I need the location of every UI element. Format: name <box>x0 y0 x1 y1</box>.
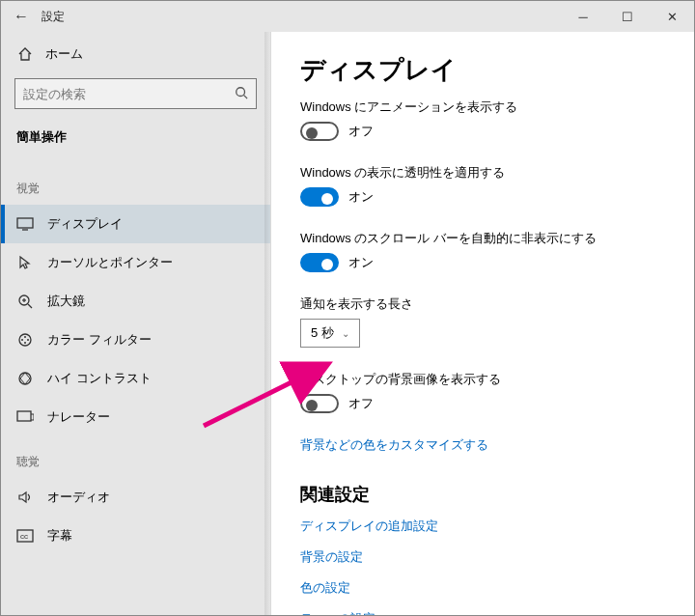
toggle-state: オフ <box>348 395 374 412</box>
setting-label: 通知を表示する長さ <box>300 295 665 313</box>
sidebar-item-label: ディスプレイ <box>47 215 123 233</box>
sidebar-item-audio[interactable]: オーディオ <box>1 478 270 517</box>
sidebar-item-cursor[interactable]: カーソルとポインター <box>1 243 270 282</box>
home-link[interactable]: ホーム <box>1 36 270 72</box>
chevron-down-icon: ⌄ <box>342 328 349 339</box>
display-icon <box>16 215 34 233</box>
related-heading: 関連設定 <box>300 483 665 506</box>
desktop-bg-toggle[interactable]: オフ <box>300 394 665 413</box>
customize-link[interactable]: 背景などの色をカスタマイズする <box>300 436 665 454</box>
titlebar: ← 設定 ─ ☐ ✕ <box>1 1 694 32</box>
select-value: 5 秒 <box>311 324 334 342</box>
section-label-hearing: 聴覚 <box>1 446 270 478</box>
svg-point-11 <box>21 339 23 341</box>
home-icon <box>16 46 34 62</box>
magnifier-icon <box>16 293 34 310</box>
sidebar-item-label: カーソルとポインター <box>47 254 173 271</box>
sidebar-item-narrator[interactable]: ナレーター <box>1 398 270 436</box>
cursor-icon <box>16 254 34 271</box>
svg-point-12 <box>24 342 26 344</box>
category-heading: 簡単操作 <box>1 119 270 173</box>
sidebar-item-caption[interactable]: cc 字幕 <box>1 517 270 555</box>
close-button[interactable]: ✕ <box>650 1 694 32</box>
svg-rect-2 <box>17 218 33 228</box>
svg-rect-14 <box>17 411 31 421</box>
setting-label: デスクトップの背景画像を表示する <box>300 371 665 388</box>
sidebar-item-label: ハイ コントラスト <box>47 370 152 387</box>
sidebar-item-label: ナレーター <box>47 408 110 426</box>
main-content: ディスプレイ Windows にアニメーションを表示する オフ Windows … <box>271 32 694 615</box>
audio-icon <box>16 489 34 506</box>
toggle-state: オフ <box>348 123 374 140</box>
sidebar-item-label: 拡大鏡 <box>47 293 85 310</box>
page-title: ディスプレイ <box>300 53 665 87</box>
related-link-color[interactable]: 色の設定 <box>300 579 665 597</box>
sidebar-item-label: カラー フィルター <box>47 331 152 349</box>
svg-text:cc: cc <box>20 532 28 541</box>
svg-point-0 <box>236 87 245 96</box>
back-button[interactable]: ← <box>1 8 42 25</box>
sidebar-item-highcontrast[interactable]: ハイ コントラスト <box>1 359 270 398</box>
svg-point-8 <box>19 334 31 346</box>
sidebar-item-magnifier[interactable]: 拡大鏡 <box>1 282 270 321</box>
sidebar: ホーム 簡単操作 視覚 ディスプレイ カーソルとポインター 拡大鏡 <box>1 32 271 615</box>
window-title: 設定 <box>42 9 561 25</box>
sidebar-item-display[interactable]: ディスプレイ <box>1 205 270 243</box>
setting-label: Windows の表示に透明性を適用する <box>300 164 665 182</box>
section-label-visual: 視覚 <box>1 173 270 205</box>
colorfilter-icon <box>16 331 34 349</box>
scrollbar-toggle[interactable]: オン <box>300 253 665 272</box>
animations-toggle[interactable]: オフ <box>300 122 665 141</box>
toggle-state: オン <box>348 254 374 271</box>
svg-point-9 <box>24 336 26 338</box>
sidebar-item-colorfilter[interactable]: カラー フィルター <box>1 321 270 359</box>
notification-duration-select[interactable]: 5 秒 ⌄ <box>300 319 360 348</box>
minimize-button[interactable]: ─ <box>561 1 605 32</box>
sidebar-item-label: 字幕 <box>47 527 72 545</box>
svg-point-13 <box>19 373 31 384</box>
svg-line-1 <box>244 95 248 98</box>
related-link-theme[interactable]: テーマの設定 <box>300 610 665 615</box>
toggle-state: オン <box>348 188 374 206</box>
setting-label: Windows にアニメーションを表示する <box>300 98 665 116</box>
maximize-button[interactable]: ☐ <box>605 1 650 32</box>
related-link-background[interactable]: 背景の設定 <box>300 548 665 566</box>
highcontrast-icon <box>16 370 34 387</box>
search-field[interactable] <box>23 87 248 101</box>
svg-line-5 <box>28 304 32 308</box>
sidebar-item-label: オーディオ <box>47 489 110 506</box>
transparency-toggle[interactable]: オン <box>300 187 665 207</box>
caption-icon: cc <box>16 527 34 545</box>
setting-label: Windows のスクロール バーを自動的に非表示にする <box>300 230 665 247</box>
search-input[interactable] <box>14 78 257 109</box>
search-icon <box>235 86 248 102</box>
related-link-display[interactable]: ディスプレイの追加設定 <box>300 518 665 535</box>
svg-point-10 <box>27 339 29 341</box>
home-label: ホーム <box>45 45 83 63</box>
narrator-icon <box>16 408 34 426</box>
